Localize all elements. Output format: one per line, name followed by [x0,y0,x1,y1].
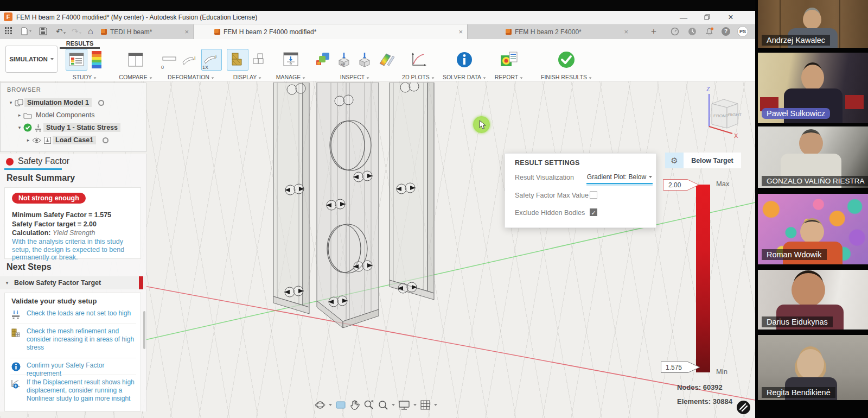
legend-max-tag[interactable]: 2.00 [663,179,700,191]
display-shaded-icon[interactable] [227,49,248,71]
visibility-eye-icon[interactable] [32,137,41,143]
new-tab-icon[interactable]: + [651,27,656,36]
tree-item-simulation-model[interactable]: ▾ Simulation Model 1 [1,97,147,108]
chevron-down-icon[interactable] [392,404,395,406]
participant-video[interactable]: Darius Eidukynas [758,270,868,330]
next-step-item[interactable]: Check the mesh refinement and consider i… [5,327,141,352]
notification-bell-icon[interactable] [705,27,714,36]
viewcube-front-label[interactable]: FRONT [713,113,729,118]
restore-button[interactable] [698,12,716,23]
tab-close-icon[interactable]: × [618,28,628,36]
solver-data-icon[interactable] [454,49,475,71]
zoom-icon[interactable] [363,400,374,410]
activate-radio[interactable] [98,100,104,106]
tree-item-study1[interactable]: ▾ Study 1 - Static Stress [1,122,147,133]
compare-icon[interactable] [125,49,146,71]
inspect-probe-icon[interactable] [355,49,374,71]
deformation-actual-icon[interactable]: 0 [160,49,178,71]
help-icon[interactable]: ? [722,27,730,36]
profile-avatar[interactable]: PS [737,26,748,37]
legend-color-bar[interactable] [696,185,710,372]
finish-results-dropdown[interactable]: FINISH RESULTS [533,74,600,80]
study-results-view-icon[interactable] [66,49,87,71]
below-target-group-header[interactable]: ▾ Below Safety Factor Target [0,276,146,289]
inspect-dropdown[interactable]: INSPECT [312,74,397,80]
finish-results-icon[interactable] [555,49,578,71]
legend-min-tag[interactable]: 1.575 [661,362,701,373]
save-icon[interactable] [39,27,47,36]
deformation-adjusted-icon[interactable]: I [181,49,199,71]
activate-radio[interactable] [103,137,108,143]
participant-video[interactable]: Roman Wdowik [758,194,868,264]
compare-dropdown[interactable]: COMPARE [116,74,155,80]
participant-video[interactable]: Paweł Sułkowicz [758,53,868,123]
job-status-icon[interactable] [671,27,679,36]
window-titlebar[interactable]: F FEM H beam 2 F4000 modified* (My cente… [0,11,755,24]
manage-dropdown[interactable]: MANAGE [273,74,308,80]
display-dropdown[interactable]: DISPLAY [226,74,269,80]
2d-plots-icon[interactable] [407,49,429,71]
chevron-right-icon[interactable]: ▸ [17,112,22,118]
deformation-1x-icon[interactable]: I 1X [201,49,222,71]
chevron-down-icon[interactable] [329,404,332,406]
chevron-down-icon[interactable]: ▾ [4,280,10,286]
pan-hand-icon[interactable] [349,400,360,410]
close-button[interactable]: × [722,12,740,23]
tab-close-icon[interactable]: × [179,28,189,36]
chevron-right-icon[interactable]: ▸ [25,137,31,143]
2d-plots-dropdown[interactable]: 2D PLOTS [400,74,436,80]
tree-item-model-components[interactable]: ▸ Model Components [1,110,147,121]
chevron-down-icon[interactable] [434,404,437,406]
app-grid-icon[interactable] [5,27,12,36]
clock-icon[interactable] [688,27,697,36]
view-cube[interactable]: FRONT RIGHT Z X [701,85,748,141]
orbit-icon[interactable] [315,400,326,410]
solver-data-dropdown[interactable]: SOLVER DATA [441,74,488,80]
next-step-item[interactable]: If the Displacement result shows high di… [5,378,141,403]
next-step-item[interactable]: Check the loads are not set too high [5,309,141,320]
report-dropdown[interactable]: REPORT [492,74,526,80]
tab-close-icon[interactable]: × [453,28,463,36]
tab-tedi-h-beam[interactable]: TEDI H beam* × [97,24,193,39]
file-menu-icon[interactable] [21,27,33,36]
study-dropdown[interactable]: STUDY [59,74,111,80]
exclude-hidden-checkbox[interactable]: ✓ [590,208,597,216]
redo-icon[interactable]: ↷ [72,27,82,36]
inspect-slice-plane-icon[interactable] [376,49,397,71]
workspace-selector[interactable]: SIMULATION [5,46,58,73]
status-badge: Not strong enough [12,193,86,204]
home-icon[interactable]: ⌂ [88,27,93,36]
participant-video[interactable]: Andrzej Kawalec [758,0,868,48]
participant-video[interactable]: Regita Bendikienė [758,335,868,400]
tab-fem-h-beam[interactable]: FEM H beam 2 F4000* × [472,24,633,39]
next-step-item[interactable]: Confirm your Safety Factor requirement [5,362,141,378]
tab-fem-h-beam-modified[interactable]: FEM H beam 2 F4000 modified* × [193,24,468,39]
next-steps-card: Validate your study setup Check the load… [4,293,141,411]
person-silhouette [792,273,825,307]
gear-icon[interactable]: ⚙ [665,153,684,168]
deformation-dropdown[interactable]: DEFORMATION [159,74,222,80]
svg-text:xyz: xyz [341,62,346,66]
fit-view-icon[interactable] [378,400,388,410]
participant-video[interactable]: GONZALO VALIÑO RIESTRA [758,126,868,188]
tree-item-load-case1[interactable]: ▸ Load Case1 [1,135,147,145]
study-legend-icon[interactable] [90,49,104,71]
chevron-down-icon[interactable]: ▾ [17,125,22,130]
chevron-down-icon[interactable] [413,404,417,406]
inspect-point-xyz-icon[interactable]: xyz [335,49,353,71]
visualization-dropdown[interactable]: Gradient Plot: Below [586,171,653,184]
inspect-result-details-icon[interactable] [312,49,333,71]
panel-scrollbar[interactable] [143,311,145,349]
max-value-checkbox[interactable] [590,191,597,199]
manage-icon[interactable] [280,49,302,71]
viewcube-right-label[interactable]: RIGHT [728,112,742,117]
report-icon[interactable] [497,49,520,71]
undo-icon[interactable]: ↶ [56,27,66,36]
ribbon-tab-results[interactable]: RESULTS [61,40,99,47]
minimize-button[interactable]: — [674,12,693,23]
grid-settings-icon[interactable] [420,400,431,410]
look-at-icon[interactable] [335,400,346,410]
chevron-down-icon[interactable]: ▾ [8,100,14,105]
display-settings-icon[interactable] [398,400,410,410]
display-wireframe-icon[interactable] [251,49,268,71]
